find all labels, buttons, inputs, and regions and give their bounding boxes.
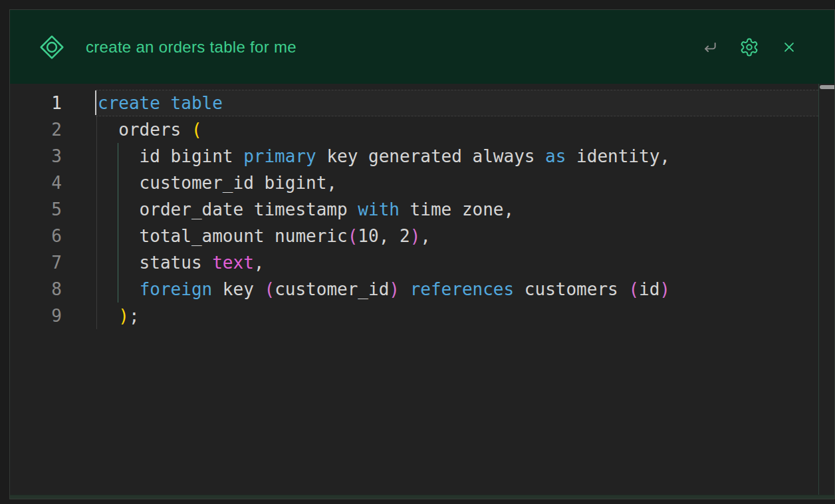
editor-scrollbar-border	[818, 84, 819, 495]
text-cursor	[95, 90, 96, 115]
code-token: )	[410, 226, 421, 246]
code-token: order_date timestamp	[98, 199, 358, 219]
header-actions	[701, 37, 798, 57]
code-token: ;	[129, 306, 140, 326]
supabase-diamond-icon	[37, 32, 67, 63]
code-token: id bigint	[98, 146, 243, 166]
return-arrow-icon[interactable]	[701, 39, 718, 56]
assistant-prompt-bar: create an orders table for me	[10, 10, 834, 84]
close-icon[interactable]	[780, 39, 798, 56]
code-token: total_amount numeric	[98, 226, 348, 246]
code-token: customer_id bigint,	[98, 173, 337, 193]
code-token: customers	[514, 279, 628, 299]
code-text: );	[98, 303, 140, 329]
code-token: text	[212, 253, 254, 273]
code-line[interactable]: 1create table	[10, 90, 834, 116]
code-text: id bigint primary key generated always a…	[98, 143, 670, 170]
line-number: 9	[10, 303, 62, 329]
line-number: 5	[10, 196, 62, 223]
code-token: id	[639, 279, 659, 299]
code-text: order_date timestamp with time zone,	[98, 196, 514, 223]
code-token: key generated always	[316, 146, 545, 166]
code-token: as	[545, 146, 566, 166]
code-token: references	[410, 279, 515, 299]
code-line[interactable]: 7 status text,	[10, 249, 834, 276]
code-token: foreign	[140, 279, 213, 299]
code-line[interactable]: 3 id bigint primary key generated always…	[10, 143, 834, 170]
code-token: )	[389, 279, 400, 299]
sql-editor[interactable]: 1create table2 orders (3 id bigint prima…	[10, 84, 834, 495]
code-token: create table	[98, 93, 223, 113]
prompt-input[interactable]: create an orders table for me	[86, 38, 701, 57]
code-token: customer_id	[275, 279, 389, 299]
code-text: orders (	[98, 116, 202, 143]
code-token: )	[659, 279, 670, 299]
code-token: ,	[420, 226, 431, 246]
code-token: ,	[254, 253, 265, 273]
line-number: 2	[10, 116, 62, 143]
code-token: (	[264, 279, 275, 299]
code-token: (	[628, 279, 639, 299]
code-text: total_amount numeric(10, 2),	[98, 223, 431, 249]
line-number: 7	[10, 249, 62, 276]
line-number: 3	[10, 143, 62, 170]
gear-icon[interactable]	[739, 37, 759, 57]
code-token: orders	[98, 120, 191, 140]
ai-assistant-panel: create an orders table for me	[9, 9, 835, 499]
code-token	[98, 279, 140, 299]
code-token: )	[118, 306, 129, 326]
code-line[interactable]: 9 );	[10, 303, 834, 329]
code-text: create table	[98, 90, 223, 116]
code-line[interactable]: 5 order_date timestamp with time zone,	[10, 196, 834, 223]
line-number: 8	[10, 276, 62, 303]
scrollbar-thumb[interactable]	[820, 85, 834, 89]
line-number: 4	[10, 170, 62, 196]
code-text: customer_id bigint,	[98, 170, 337, 196]
code-token: identity,	[566, 146, 670, 166]
code-text: foreign key (customer_id) references cus…	[98, 276, 670, 303]
code-line[interactable]: 8 foreign key (customer_id) references c…	[10, 276, 834, 303]
panel-footer-strip	[10, 495, 834, 499]
code-token: key	[212, 279, 264, 299]
code-token: time zone,	[400, 199, 514, 219]
code-token: 10, 2	[358, 226, 410, 246]
code-token	[400, 279, 410, 299]
code-line[interactable]: 4 customer_id bigint,	[10, 170, 834, 196]
code-text: status text,	[98, 249, 264, 276]
code-token: (	[191, 120, 202, 140]
page-background: { "header": { "prompt": "create an order…	[0, 0, 835, 504]
line-number: 6	[10, 223, 62, 249]
code-token	[98, 306, 118, 326]
line-number: 1	[10, 90, 62, 116]
code-token: status	[98, 253, 212, 273]
code-token: primary	[243, 146, 316, 166]
code-line[interactable]: 6 total_amount numeric(10, 2),	[10, 223, 834, 249]
code-token: (	[348, 226, 358, 246]
code-token: with	[358, 199, 400, 219]
code-line[interactable]: 2 orders (	[10, 116, 834, 143]
